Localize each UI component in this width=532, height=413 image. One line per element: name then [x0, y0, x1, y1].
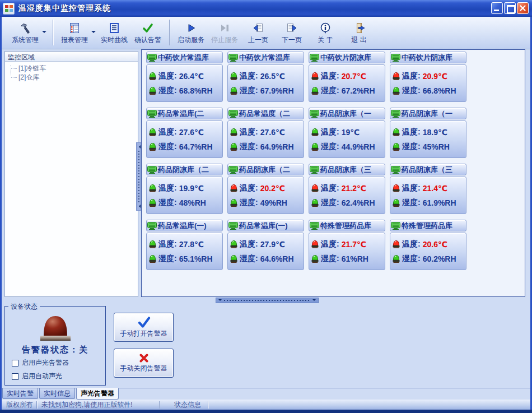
monitor-card-body[interactable]: 温度:26.4℃湿度:68.8%RH — [146, 64, 223, 102]
monitor-card-body[interactable]: 温度:18.9℃湿度:45%RH — [390, 120, 466, 158]
temperature-row: 温度:27.8℃ — [149, 237, 221, 252]
monitor-card-body[interactable]: 温度:20.9℃湿度:66.8%RH — [390, 64, 466, 102]
monitor-card-header[interactable]: 药品阴凉库（一 — [309, 108, 385, 119]
maximize-button[interactable] — [504, 2, 516, 14]
humidity-label: 湿度: — [158, 254, 177, 264]
monitor-card-header[interactable]: 中药饮片阴凉库 — [390, 52, 466, 63]
monitor-card-body[interactable]: 温度:19.9℃湿度:48%RH — [146, 177, 223, 214]
monitor-card-header[interactable]: 药品阴凉库（一 — [390, 108, 466, 119]
checkbox-row-0[interactable]: 启用声光告警器 — [12, 358, 69, 368]
button-label: 手动打开告警器 — [120, 329, 167, 338]
temperature-value: 21.2℃ — [342, 184, 366, 193]
toolbar-button-start-service[interactable]: 启动服务 — [174, 18, 208, 47]
monitor-card-body[interactable]: 温度:21.2℃湿度:62.4%RH — [309, 177, 385, 214]
humidity-label: 湿度: — [158, 142, 177, 152]
monitor-card-header[interactable]: 药品阴凉库（二 — [146, 164, 223, 175]
collapse-down-icon — [218, 299, 222, 303]
monitor-card-header[interactable]: 特殊管理药品库 — [390, 220, 466, 231]
manual-open-alarm-button[interactable]: 手动打开告警器 — [114, 313, 174, 342]
monitor-card-body[interactable]: 温度:27.6℃湿度:64.9%RH — [227, 120, 304, 158]
temperature-row: 温度:20.2℃ — [230, 181, 302, 196]
app-icon — [3, 3, 15, 15]
device-status-title: 设备状态 — [8, 302, 40, 312]
monitor-card-header[interactable]: 药品阴凉库（三 — [390, 164, 466, 175]
monitor-card-header[interactable]: 中药饮片阴凉库 — [309, 52, 385, 63]
humidity-row: 湿度:64.7%RH — [149, 140, 221, 154]
monitor-card-body[interactable]: 温度:27.8℃湿度:65.1%RH — [146, 233, 223, 270]
manual-close-alarm-button[interactable]: 手动关闭告警器 — [114, 349, 174, 378]
toolbar-button-system-management[interactable]: 系统管理 — [8, 18, 42, 47]
monitor-card-header[interactable]: 药品阴凉库（三 — [309, 164, 385, 175]
toolbar-button-realtime-curve[interactable]: 实时曲线 — [97, 18, 131, 47]
window-border — [0, 17, 2, 410]
vertical-splitter[interactable] — [136, 142, 141, 211]
monitor-card: 特殊管理药品库温度:21.7℃湿度:61%RH — [309, 220, 385, 270]
monitor-card: 药品阴凉库（三温度:21.2℃湿度:62.4%RH — [309, 164, 385, 214]
toolbar-button-next-page[interactable]: 下一页 — [275, 18, 309, 47]
tab-realtime-info[interactable]: 实时信息 — [39, 388, 75, 399]
toolbar-button-report-management[interactable]: 报表管理 — [58, 18, 91, 47]
toolbar-button-about[interactable]: 关 于 — [309, 18, 342, 47]
beacon-green-icon — [311, 254, 319, 263]
toolbar-button-label: 下一页 — [282, 35, 302, 45]
device-monitor-icon — [228, 222, 238, 230]
humidity-row: 湿度:67.9%RH — [230, 83, 302, 98]
monitor-name: 药品常温度（二 — [239, 109, 290, 119]
chevron-down-icon[interactable] — [91, 31, 96, 35]
collapse-down-icon — [312, 299, 316, 303]
temperature-label: 温度: — [158, 239, 177, 249]
toolbar-button-prev-page[interactable]: 上一页 — [241, 18, 275, 47]
humidity-row: 湿度:67.2%RH — [311, 83, 383, 98]
beacon-green-icon — [393, 128, 400, 137]
device-monitor-icon — [310, 110, 319, 118]
tab-realtime-alarm[interactable]: 实时告警 — [2, 388, 38, 399]
monitor-card-body[interactable]: 温度:20.7℃湿度:67.2%RH — [309, 64, 385, 102]
close-button[interactable] — [517, 2, 529, 14]
monitor-card-header[interactable]: 中药饮片常温库 — [227, 52, 304, 63]
stop-icon — [218, 21, 231, 35]
monitor-card-body[interactable]: 温度:19℃湿度:44.9%RH — [309, 120, 385, 158]
monitor-card-header[interactable]: 特殊管理药品库 — [309, 220, 385, 231]
monitor-card-header[interactable]: 药品常温库(二 — [146, 108, 223, 119]
monitor-card-body[interactable]: 温度:26.5℃湿度:67.9%RH — [227, 64, 304, 102]
device-monitor-icon — [391, 110, 400, 118]
checkbox-icon[interactable] — [12, 360, 18, 366]
beacon-green-icon — [149, 72, 156, 81]
horizontal-splitter[interactable] — [216, 298, 319, 303]
monitor-card-body[interactable]: 温度:27.6℃湿度:64.7%RH — [146, 120, 223, 158]
monitor-card-header[interactable]: 药品阴凉库（二 — [227, 164, 304, 175]
monitor-card: 药品阴凉库（二温度:19.9℃湿度:48%RH — [146, 164, 223, 214]
tree-node-1[interactable]: [2]仓库 — [10, 73, 138, 82]
monitor-card-body[interactable]: 温度:20.2℃湿度:49%RH — [227, 177, 304, 214]
monitor-card-header[interactable]: 药品常温库(一) — [227, 220, 304, 231]
monitor-card-body[interactable]: 温度:21.7℃湿度:61%RH — [309, 233, 385, 270]
toolbar-button-confirm-alarm[interactable]: 确认告警 — [131, 18, 165, 47]
temperature-value: 20.9℃ — [423, 72, 447, 81]
chevron-down-icon[interactable] — [42, 31, 46, 35]
monitor-card-header[interactable]: 药品常温度（二 — [227, 108, 304, 119]
monitor-curve-icon — [108, 21, 120, 35]
monitor-card-body[interactable]: 温度:20.6℃湿度:60.2%RH — [390, 233, 466, 270]
toolbar-button-exit[interactable]: 退 出 — [342, 18, 376, 47]
monitor-card: 药品阴凉库（二温度:20.2℃湿度:49%RH — [227, 164, 304, 214]
humidity-label: 湿度: — [402, 254, 421, 264]
statusbar-item-1: 未找到加密狗,请使用正版软件! — [37, 400, 159, 410]
checkbox-row-1[interactable]: 启用自动声光 — [12, 372, 69, 381]
titlebar[interactable]: 温湿度集中监控管理系统 — [0, 0, 532, 17]
minimize-button[interactable] — [491, 2, 503, 14]
tree-node-0[interactable]: [1]冷链车 — [10, 64, 138, 73]
toolbar-button-stop-service: 停止服务 — [208, 18, 241, 47]
monitor-card-body[interactable]: 温度:21.4℃湿度:61.9%RH — [390, 177, 466, 214]
monitor-card-header[interactable]: 药品常温库(一) — [146, 220, 223, 231]
toolbar: 系统管理报表管理实时曲线确认告警启动服务停止服务上一页下一页关 于退 出 — [2, 17, 530, 49]
checkbox-icon[interactable] — [12, 373, 18, 380]
beacon-red-icon — [393, 240, 400, 249]
temperature-label: 温度: — [321, 127, 339, 137]
monitor-card-body[interactable]: 温度:27.9℃湿度:64.6%RH — [227, 233, 304, 270]
monitor-name: 药品阴凉库（一 — [402, 109, 452, 119]
monitor-card: 药品阴凉库（一温度:18.9℃湿度:45%RH — [390, 108, 466, 158]
humidity-row: 湿度:65.1%RH — [149, 252, 221, 266]
tab-sound-light-alarm[interactable]: 声光告警器 — [76, 388, 119, 400]
beacon-green-icon — [311, 142, 319, 151]
monitor-card-header[interactable]: 中药饮片常温库 — [146, 52, 223, 63]
